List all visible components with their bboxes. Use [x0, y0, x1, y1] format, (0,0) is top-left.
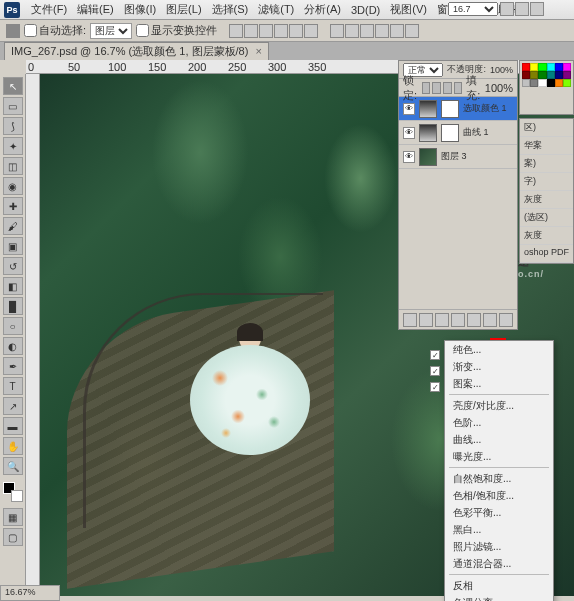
visibility-icon[interactable]: 👁 [403, 103, 415, 115]
swatches-panel[interactable] [519, 60, 574, 115]
lasso-tool[interactable]: ⟆ [3, 117, 23, 135]
tab-close-icon[interactable]: × [255, 45, 261, 57]
side-item[interactable]: 区) [520, 119, 573, 137]
link-icon[interactable] [403, 313, 417, 327]
align-icon[interactable] [244, 24, 258, 38]
shape-tool[interactable]: ▬ [3, 417, 23, 435]
eyedropper-tool[interactable]: ◉ [3, 177, 23, 195]
trash-icon[interactable] [499, 313, 513, 327]
align-icon[interactable] [304, 24, 318, 38]
hand-tool[interactable]: ✋ [3, 437, 23, 455]
side-item[interactable]: (选区) [520, 209, 573, 227]
side-item[interactable]: 字) [520, 173, 573, 191]
crop-tool[interactable]: ◫ [3, 157, 23, 175]
dodge-tool[interactable]: ◐ [3, 337, 23, 355]
move-tool[interactable]: ↖ [3, 77, 23, 95]
swatch-color[interactable] [522, 63, 530, 71]
adj-menu-item[interactable]: 色调分离... [445, 594, 553, 601]
check-icon[interactable]: ✓ [430, 382, 440, 392]
distribute-icon[interactable] [330, 24, 344, 38]
maximize-icon[interactable] [515, 2, 529, 16]
visibility-icon[interactable]: 👁 [403, 127, 415, 139]
adj-menu-item[interactable]: 黑白... [445, 521, 553, 538]
stamp-tool[interactable]: ▣ [3, 237, 23, 255]
distribute-icon[interactable] [375, 24, 389, 38]
adj-menu-item[interactable]: 亮度/对比度... [445, 397, 553, 414]
folder-icon[interactable] [467, 313, 481, 327]
menu-select[interactable]: 选择(S) [212, 2, 249, 17]
menu-view[interactable]: 视图(V) [390, 2, 427, 17]
show-transform-check[interactable]: 显示变换控件 [136, 23, 217, 38]
side-item[interactable]: 灰度 [520, 191, 573, 209]
swatch-color[interactable] [530, 79, 538, 87]
quickmask-tool[interactable]: ▦ [3, 508, 23, 526]
wand-tool[interactable]: ✦ [3, 137, 23, 155]
background-color[interactable] [11, 490, 23, 502]
menu-image[interactable]: 图像(I) [124, 2, 156, 17]
screenmode-tool[interactable]: ▢ [3, 528, 23, 546]
layer-row[interactable]: 👁 图层 3 [399, 145, 517, 169]
menu-edit[interactable]: 编辑(E) [77, 2, 114, 17]
swatch-color[interactable] [563, 63, 571, 71]
mask-icon[interactable] [435, 313, 449, 327]
swatch-color[interactable] [555, 79, 563, 87]
path-tool[interactable]: ↗ [3, 397, 23, 415]
side-item[interactable]: 案) [520, 155, 573, 173]
lock-trans-icon[interactable] [422, 82, 431, 94]
adj-menu-item[interactable]: 通道混合器... [445, 555, 553, 572]
align-icon[interactable] [259, 24, 273, 38]
new-layer-icon[interactable] [483, 313, 497, 327]
history-brush-tool[interactable]: ↺ [3, 257, 23, 275]
adj-menu-item[interactable]: 自然饱和度... [445, 470, 553, 487]
side-item[interactable]: 华案 [520, 137, 573, 155]
heal-tool[interactable]: ✚ [3, 197, 23, 215]
align-icon[interactable] [229, 24, 243, 38]
minimize-icon[interactable] [500, 2, 514, 16]
adjustment-icon[interactable] [451, 313, 465, 327]
swatch-color[interactable] [563, 71, 571, 79]
swatch-color[interactable] [522, 79, 530, 87]
adj-menu-item[interactable]: 照片滤镜... [445, 538, 553, 555]
adj-menu-item[interactable]: 色彩平衡... [445, 504, 553, 521]
zoom-tool[interactable]: 🔍 [3, 457, 23, 475]
side-item[interactable]: 灰度 [520, 227, 573, 245]
swatch-color[interactable] [563, 79, 571, 87]
swatch-color[interactable] [547, 71, 555, 79]
swatch-color[interactable] [555, 63, 563, 71]
swatch-color[interactable] [555, 71, 563, 79]
visibility-icon[interactable]: 👁 [403, 151, 415, 163]
pen-tool[interactable]: ✒ [3, 357, 23, 375]
close-icon[interactable] [530, 2, 544, 16]
type-tool[interactable]: T [3, 377, 23, 395]
check-icon[interactable]: ✓ [430, 366, 440, 376]
swatch-color[interactable] [530, 71, 538, 79]
swatch-color[interactable] [547, 63, 555, 71]
distribute-icon[interactable] [360, 24, 374, 38]
distribute-icon[interactable] [390, 24, 404, 38]
adj-menu-item[interactable]: 反相 [445, 577, 553, 594]
gradient-tool[interactable]: █ [3, 297, 23, 315]
adj-menu-item[interactable]: 色阶... [445, 414, 553, 431]
fill-value[interactable]: 100% [485, 82, 513, 94]
eraser-tool[interactable]: ◧ [3, 277, 23, 295]
align-icon[interactable] [274, 24, 288, 38]
fx-icon[interactable] [419, 313, 433, 327]
adj-menu-item[interactable]: 曝光度... [445, 448, 553, 465]
marquee-tool[interactable]: ▭ [3, 97, 23, 115]
blur-tool[interactable]: ○ [3, 317, 23, 335]
swatch-color[interactable] [547, 79, 555, 87]
lock-all-icon[interactable] [454, 82, 463, 94]
distribute-icon[interactable] [345, 24, 359, 38]
brush-tool[interactable]: 🖌 [3, 217, 23, 235]
menu-layer[interactable]: 图层(L) [166, 2, 201, 17]
lock-pos-icon[interactable] [443, 82, 452, 94]
check-icon[interactable]: ✓ [430, 350, 440, 360]
menu-analysis[interactable]: 分析(A) [304, 2, 341, 17]
swatch-color[interactable] [522, 71, 530, 79]
swatch-color[interactable] [538, 71, 546, 79]
swatch-color[interactable] [530, 63, 538, 71]
adj-menu-item[interactable]: 图案... [445, 375, 553, 392]
adj-menu-item[interactable]: 色相/饱和度... [445, 487, 553, 504]
document-tab[interactable]: IMG_267.psd @ 16.7% (选取颜色 1, 图层蒙板/8) × [4, 42, 269, 60]
adj-menu-item[interactable]: 纯色... [445, 341, 553, 358]
